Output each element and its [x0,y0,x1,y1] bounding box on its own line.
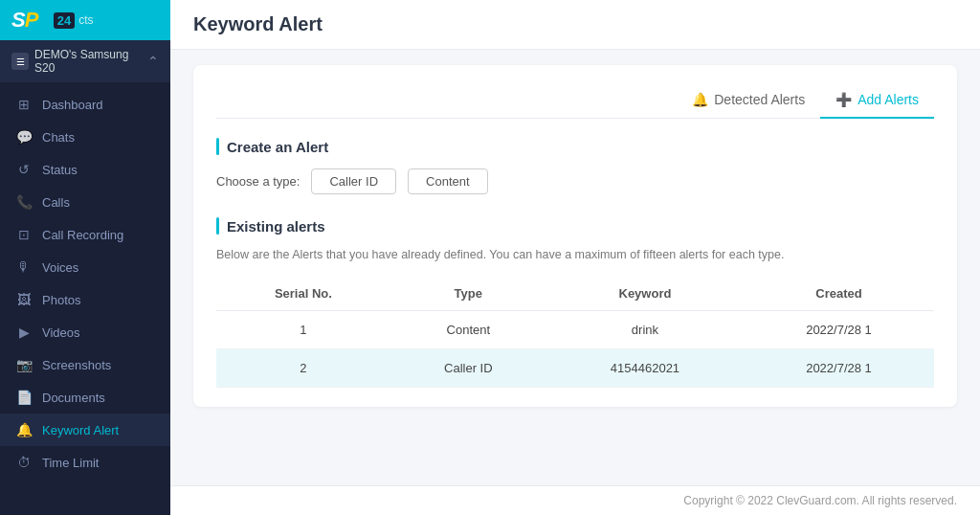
nav-label-videos: Videos [42,325,80,340]
sidebar-item-time-limit[interactable]: ⏱ Time Limit [0,446,170,479]
logo-sub: cts [78,13,93,27]
add-alerts-tab-label: Add Alerts [858,92,919,107]
nav-label-dashboard: Dashboard [42,98,103,112]
page-title: Keyword Alert [193,13,957,35]
logo-text: SPY [11,8,50,33]
cell-created: 2022/7/28 1 [744,349,934,388]
nav-label-time-limit: Time Limit [42,456,99,470]
device-bar[interactable]: ☰ DEMO's Samsung S20 ⌃ [0,40,170,82]
sidebar-item-status[interactable]: ↺ Status [0,153,170,186]
cell-serial: 2 [216,349,390,388]
alerts-table: Serial No.TypeKeywordCreated 1Contentdri… [216,277,934,388]
sidebar-item-photos[interactable]: 🖼 Photos [0,283,170,316]
existing-alerts-desc: Below are the Alerts that you have alrea… [216,248,934,261]
page-header: Keyword Alert [170,0,980,50]
call-recording-icon: ⊡ [15,227,33,242]
table-header-row: Serial No.TypeKeywordCreated [216,277,934,311]
cell-type: Content [390,311,546,349]
sidebar: SPY 24 cts ☰ DEMO's Samsung S20 ⌃ ⊞ Dash… [0,0,170,515]
screenshots-icon: 📷 [15,357,33,372]
type-row: Choose a type: Caller IDContent [216,168,934,194]
nav-label-documents: Documents [42,391,105,405]
detected-alerts-tab-label: Detected Alerts [714,92,805,107]
status-icon: ↺ [15,162,33,177]
sidebar-item-keyword-alert[interactable]: 🔔 Keyword Alert [0,414,170,446]
cell-serial: 1 [216,311,390,349]
device-icon: ☰ [11,53,29,70]
table-body: 1Contentdrink2022/7/28 12Caller ID415446… [216,311,934,388]
sidebar-item-documents[interactable]: 📄 Documents [0,381,170,414]
add-alerts-tab-icon: ➕ [835,92,852,107]
nav-label-call-recording: Call Recording [42,228,123,242]
keyword-alert-icon: 🔔 [15,422,33,437]
cell-keyword: 4154462021 [546,349,744,388]
sidebar-item-chats[interactable]: 💬 Chats [0,121,170,153]
voices-icon: 🎙 [15,259,33,275]
footer: Copyright © 2022 ClevGuard.com. All righ… [170,485,980,515]
device-name: DEMO's Samsung S20 [34,48,147,75]
photos-icon: 🖼 [15,292,33,307]
sidebar-item-dashboard[interactable]: ⊞ Dashboard [0,88,170,121]
logo: SPY 24 cts [0,0,170,40]
col-header-keyword: Keyword [546,277,744,311]
col-header-type: Type [390,277,546,311]
section-bar-2 [216,217,219,235]
nav-label-photos: Photos [42,293,80,307]
col-header-serial-no.: Serial No. [216,277,390,311]
sidebar-item-videos[interactable]: ▶ Videos [0,316,170,348]
tab-detected-alerts[interactable]: 🔔 Detected Alerts [677,84,820,119]
dashboard-icon: ⊞ [15,97,33,112]
nav-label-keyword-alert: Keyword Alert [42,423,119,437]
cell-type: Caller ID [390,349,546,388]
tabs: 🔔 Detected Alerts ➕ Add Alerts [216,84,934,119]
nav-label-voices: Voices [42,260,78,275]
table-row: 2Caller ID41544620212022/7/28 1 [216,349,934,388]
tab-add-alerts[interactable]: ➕ Add Alerts [820,84,934,119]
sidebar-item-screenshots[interactable]: 📷 Screenshots [0,348,170,381]
chats-icon: 💬 [15,129,33,145]
cell-created: 2022/7/28 1 [744,311,934,349]
sidebar-item-calls[interactable]: 📞 Calls [0,186,170,218]
logo-badge: 24 [54,12,75,29]
sidebar-nav: ⊞ Dashboard 💬 Chats ↺ Status 📞 Calls ⊡ C… [0,82,170,515]
main-area: Keyword Alert 🔔 Detected Alerts ➕ Add Al… [170,0,980,515]
cell-keyword: drink [546,311,744,349]
videos-icon: ▶ [15,325,33,340]
documents-icon: 📄 [15,390,33,405]
table-header: Serial No.TypeKeywordCreated [216,277,934,311]
nav-label-status: Status [42,163,78,177]
type-label: Choose a type: [216,174,300,189]
time-limit-icon: ⏱ [15,455,33,470]
device-chevron-icon: ⌃ [147,54,159,69]
nav-label-chats: Chats [42,130,75,145]
table-row: 1Contentdrink2022/7/28 1 [216,311,934,349]
section-bar [216,138,219,155]
detected-alerts-tab-icon: 🔔 [692,92,708,107]
content-card: 🔔 Detected Alerts ➕ Add Alerts Create an… [193,65,957,407]
create-alert-section-title: Create an Alert [216,138,934,155]
footer-text: Copyright © 2022 ClevGuard.com. All righ… [683,494,957,507]
nav-label-calls: Calls [42,195,70,210]
existing-alerts-title: Existing alerts [216,217,934,235]
col-header-created: Created [744,277,934,311]
type-btn-content[interactable]: Content [408,168,488,194]
nav-label-screenshots: Screenshots [42,358,111,372]
sidebar-item-voices[interactable]: 🎙 Voices [0,251,170,283]
type-btn-caller-id[interactable]: Caller ID [311,168,396,194]
calls-icon: 📞 [15,194,33,210]
main-content: 🔔 Detected Alerts ➕ Add Alerts Create an… [170,50,980,485]
sidebar-item-call-recording[interactable]: ⊡ Call Recording [0,218,170,251]
